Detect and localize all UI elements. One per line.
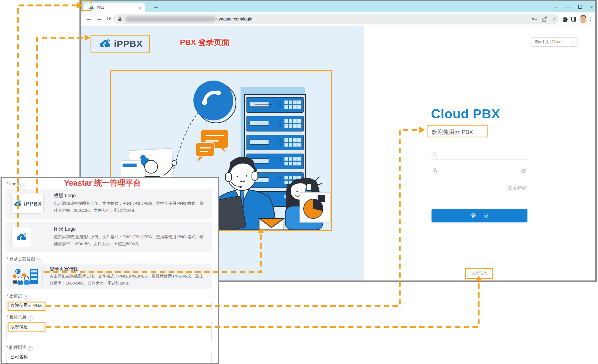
promo-thumb-illustration <box>11 267 42 286</box>
language-selector[interactable]: 简体中文 (Chines... ∨ <box>531 37 578 47</box>
help-icon[interactable]: ? <box>28 316 33 321</box>
language-selector-value: 简体中文 (Chines... <box>534 40 566 44</box>
url-text: t.yeastar.com/login <box>216 17 252 22</box>
browser-tab[interactable]: PBX × <box>84 3 145 12</box>
annotation-box-copyright <box>465 268 493 279</box>
thumb-cloud-icon <box>13 200 22 207</box>
help-icon[interactable]: ? <box>37 258 41 262</box>
card-description: 点击添加或拖拽图片上传。文件格式：PNG,JPG,JPEG，更推荐使用 PNG … <box>54 233 206 248</box>
login-title: Cloud PBX <box>431 106 528 121</box>
login-button[interactable]: 登 录 <box>432 209 527 222</box>
password-input[interactable] <box>431 165 527 176</box>
share-icon[interactable] <box>541 16 547 22</box>
annotation-box-welcome-text: 欢迎使用云 PBX <box>427 125 488 137</box>
ssl-lock-icon <box>117 17 122 22</box>
graphic-logo-upload-card[interactable]: 图形 Logo 点击添加或拖拽图片上传。文件格式：PNG,JPG,JPEG，更推… <box>6 222 212 252</box>
profile-avatar[interactable] <box>579 15 587 23</box>
welcome-input-value: 欢迎使用云 PBX <box>11 303 42 308</box>
promo-image-field-label: *登录页宣传图? <box>6 256 41 262</box>
copyright-field-label: *版权信息? <box>6 315 33 321</box>
card-title: 登录页宣传图 <box>50 266 79 272</box>
forward-button[interactable]: → <box>96 15 102 22</box>
new-tab-button[interactable]: + <box>151 3 161 12</box>
window-restore-button[interactable] <box>578 5 582 9</box>
tab-title: PBX <box>97 6 138 10</box>
tab-search-chevron-icon[interactable]: ⌄ <box>554 5 557 9</box>
required-mark: * <box>6 294 8 299</box>
pbx-logo-text: iPPBX <box>114 39 143 49</box>
graphic-logo-thumbnail[interactable] <box>11 227 31 247</box>
bookmark-star-icon[interactable]: ☆ <box>552 15 557 22</box>
window-minimize-button[interactable]: — <box>566 5 570 9</box>
email-footer-field-label: *邮件脚注? <box>6 345 33 351</box>
email-footer-textarea-value: 公司名称 <box>11 355 28 359</box>
card-description: 点击添加或拖拽图片上传。文件格式：PNG,JPG,JPEG，更推荐使用 PNG … <box>50 273 206 287</box>
lock-icon <box>432 168 438 174</box>
window-close-button[interactable]: × <box>590 4 593 10</box>
side-panel-icon[interactable] <box>571 16 577 22</box>
username-input[interactable] <box>431 149 527 160</box>
required-mark: * <box>6 182 8 186</box>
welcome-text-input[interactable]: 欢迎使用云 PBX <box>6 301 212 310</box>
back-button[interactable]: ← <box>86 15 92 22</box>
help-icon[interactable]: ? <box>24 295 28 300</box>
help-icon[interactable]: ? <box>28 346 33 351</box>
reload-button[interactable]: ⟳ <box>107 15 112 22</box>
url-redacted-segment <box>126 16 216 22</box>
help-icon[interactable]: ? <box>20 183 25 187</box>
horizontal-logo-upload-card[interactable]: iPPBX 横版 Logo 点击添加或拖拽图片上传。文件格式：PNG,JPG,J… <box>6 189 212 219</box>
required-mark: * <box>6 315 8 320</box>
required-mark: * <box>6 257 8 261</box>
card-description: 点击添加或拖拽图片上传。文件格式：PNG,JPG,JPEG，更推荐使用 PNG … <box>54 200 206 214</box>
branding-settings-panel: *Logo? iPPBX 横版 Logo 点击添加或拖拽图片上传。文件格式：PN… <box>1 177 219 364</box>
tab-favicon-cloud-icon <box>88 6 94 10</box>
required-mark: * <box>6 345 8 350</box>
welcome-message: 欢迎使用云 PBX <box>432 128 473 136</box>
email-footer-textarea[interactable]: 公司名称 <box>6 352 212 364</box>
address-bar[interactable]: t.yeastar.com/login <box>113 14 559 24</box>
welcome-field-label: *欢迎语? <box>6 294 28 300</box>
copyright-textarea-value: 版权信息 <box>11 324 28 329</box>
browser-toolbar: ← → ⟳ t.yeastar.com/login ☆ ⋮ <box>81 12 595 26</box>
annotation-note-login-page: PBX 登录页面 <box>180 37 230 48</box>
logo-field-label: *Logo? <box>6 182 25 187</box>
tab-close-icon[interactable]: × <box>138 5 142 10</box>
browser-menu-dots-icon[interactable]: ⋮ <box>588 16 593 22</box>
annotation-box-horizontal-logo: iPPBX <box>91 35 150 53</box>
thumb-cloud-icon <box>15 232 28 242</box>
annotation-note-platform: Yeastar 统一管理平台 <box>64 178 141 189</box>
card-title: 图形 Logo <box>54 226 76 232</box>
thumb-logo-text: iPPBX <box>23 200 42 207</box>
arrow-horizontal-logo-to-page-logo <box>37 38 85 193</box>
horizontal-logo-thumbnail[interactable]: iPPBX <box>11 194 44 214</box>
promo-image-upload-card[interactable]: 登录页宣传图 点击添加或拖拽图片上传。文件格式：PNG,JPG,JPEG，更推荐… <box>6 264 212 289</box>
browser-tabstrip: PBX × + ⌄ — × <box>81 1 595 12</box>
card-title: 横版 Logo <box>54 192 76 199</box>
chevron-down-icon: ∨ <box>572 40 575 44</box>
promo-image-thumbnail[interactable] <box>11 267 43 286</box>
extensions-puzzle-icon[interactable] <box>562 16 568 22</box>
user-icon <box>432 151 438 157</box>
eye-off-icon[interactable] <box>520 168 527 174</box>
password-key-icon[interactable] <box>531 16 537 22</box>
pbx-logo-cloud-icon <box>98 39 112 49</box>
copyright-textarea[interactable]: 版权信息 <box>6 322 212 341</box>
forgot-password-link[interactable]: 忘记密码? <box>431 185 527 191</box>
